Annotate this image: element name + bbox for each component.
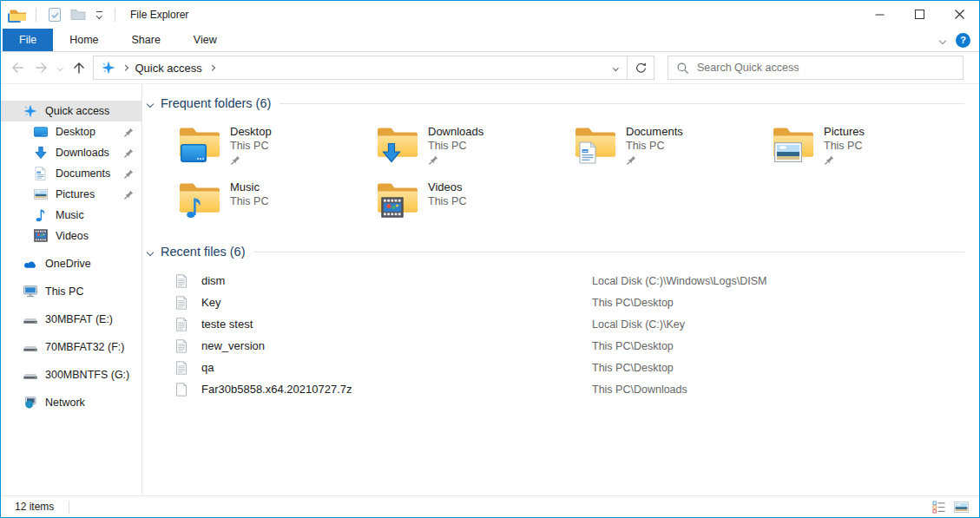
maximize-button[interactable] [899, 1, 939, 27]
file-row-teste-stest[interactable]: teste stest Local Disk (C:)\Key [142, 313, 979, 335]
folder-tile-desktop[interactable]: Desktop This PC [179, 122, 377, 178]
sidebar-item-label: 300MBNTFS (G:) [45, 369, 129, 381]
properties-button[interactable] [45, 5, 64, 24]
folder-tile-music[interactable]: Music This PC [179, 178, 377, 233]
tile-location: This PC [230, 194, 268, 208]
sidebar-item-documents[interactable]: Documents [1, 163, 141, 184]
tile-location: This PC [626, 139, 683, 153]
collapse-ribbon-chevron-icon[interactable] [940, 36, 945, 43]
file-row-dism[interactable]: dism Local Disk (C:)\Windows\Logs\DISM [142, 270, 979, 292]
quick-access-star-icon [23, 104, 37, 118]
search-box [668, 56, 964, 80]
videos-folder-icon [377, 178, 418, 218]
forward-button[interactable] [30, 56, 53, 80]
sidebar-item-label: Pictures [56, 188, 95, 200]
tab-file[interactable]: File [3, 29, 53, 51]
window-controls [859, 1, 979, 29]
archive-file-icon [174, 383, 188, 397]
pictures-icon [34, 187, 48, 201]
sidebar-item-drive-g[interactable]: 300MBNTFS (G:) [1, 364, 141, 385]
folder-tile-videos[interactable]: Videos This PC [377, 178, 575, 233]
customize-toolbar-chevron[interactable] [92, 11, 106, 18]
toolbar-separator [36, 8, 36, 22]
collapse-group-chevron-icon[interactable] [148, 95, 153, 109]
text-file-icon [174, 361, 188, 375]
sidebar-item-drive-e[interactable]: 30MBFAT (E:) [1, 309, 141, 330]
sidebar-item-music[interactable]: Music [1, 205, 141, 226]
sidebar-item-pictures[interactable]: Pictures [1, 184, 141, 205]
file-path: This PC\Desktop [592, 362, 674, 374]
sidebar-item-label: 30MBFAT (E:) [45, 313, 113, 325]
recent-files-list: dism Local Disk (C:)\Windows\Logs\DISM K… [142, 270, 979, 400]
tab-view[interactable]: View [177, 29, 233, 51]
file-row-new-version[interactable]: new_version This PC\Desktop [142, 335, 979, 357]
frequent-folders-grid: Desktop This PC Downloads This PC [179, 122, 970, 233]
sidebar-item-onedrive[interactable]: OneDrive [1, 253, 141, 274]
minimize-button[interactable] [859, 1, 899, 27]
title-bar: File Explorer [1, 1, 979, 29]
folder-tile-documents[interactable]: Documents This PC [575, 122, 773, 178]
details-view-button[interactable] [931, 499, 947, 515]
pin-icon [230, 154, 240, 165]
documents-folder-icon [575, 122, 616, 162]
file-row-qa[interactable]: qa This PC\Desktop [142, 357, 979, 378]
tab-share[interactable]: Share [115, 29, 177, 51]
folder-tile-pictures[interactable]: Pictures This PC [773, 122, 970, 178]
desktop-icon [34, 125, 48, 139]
navigation-bar: Quick access [1, 52, 979, 84]
file-row-far-archive[interactable]: Far30b5858.x64.20210727.7z This PC\Downl… [142, 378, 979, 400]
content-pane: Frequent folders (6) Desktop This PC [142, 84, 979, 495]
text-file-icon [174, 318, 188, 331]
sidebar-item-label: Music [56, 209, 84, 221]
search-input[interactable] [697, 62, 955, 74]
sidebar-item-videos[interactable]: Videos [1, 226, 141, 246]
close-button[interactable] [939, 1, 979, 27]
downloads-folder-icon [377, 122, 418, 162]
status-bar: 12 items [1, 495, 979, 517]
group-title: Recent files (6) [161, 245, 246, 259]
tile-name: Documents [626, 125, 683, 139]
desktop-folder-icon [179, 122, 220, 162]
recent-locations-chevron[interactable] [53, 66, 67, 70]
folder-tile-downloads[interactable]: Downloads This PC [377, 122, 575, 178]
tile-location: This PC [230, 139, 272, 153]
ribbon-tab-bar: File Home Share View ? [1, 29, 979, 52]
tile-location: This PC [428, 194, 466, 208]
breadcrumb-quick-access[interactable]: Quick access [135, 62, 202, 75]
text-file-icon [174, 339, 188, 353]
sidebar-item-this-pc[interactable]: This PC [1, 281, 141, 302]
group-title: Frequent folders (6) [161, 96, 271, 110]
search-icon [676, 62, 689, 75]
address-dropdown-chevron[interactable] [604, 56, 627, 79]
large-thumbnails-view-button[interactable] [953, 499, 969, 515]
file-name: Key [201, 296, 220, 309]
address-bar[interactable]: Quick access [93, 56, 628, 80]
back-button[interactable] [6, 56, 30, 80]
sidebar-item-quick-access[interactable]: Quick access [1, 101, 141, 121]
collapse-group-chevron-icon[interactable] [148, 244, 153, 258]
file-row-key[interactable]: Key This PC\Desktop [142, 292, 979, 313]
refresh-button[interactable] [628, 56, 654, 80]
tile-name: Desktop [230, 125, 272, 139]
up-button[interactable] [67, 56, 90, 80]
sidebar-item-label: This PC [45, 285, 83, 298]
help-icon[interactable]: ? [956, 33, 970, 48]
sidebar-item-network[interactable]: Network [1, 392, 141, 413]
group-header-frequent-folders: Frequent folders (6) [148, 95, 964, 112]
pin-icon [123, 168, 134, 179]
sidebar-item-label: 70MBFAT32 (F:) [45, 341, 124, 353]
file-name: Far30b5858.x64.20210727.7z [201, 383, 352, 396]
text-file-icon [174, 274, 188, 288]
new-folder-button[interactable] [69, 5, 88, 24]
breadcrumb-chevron-icon[interactable] [210, 66, 214, 70]
tile-name: Pictures [824, 125, 865, 139]
sidebar-item-drive-f[interactable]: 70MBFAT32 (F:) [1, 337, 141, 357]
tab-home[interactable]: Home [53, 29, 115, 51]
breadcrumb-chevron-icon[interactable] [123, 66, 128, 70]
sidebar-item-downloads[interactable]: Downloads [1, 142, 141, 163]
tile-name: Downloads [428, 125, 483, 139]
file-explorer-window: File Explorer File Home Share View ? Qui… [0, 0, 980, 518]
window-title: File Explorer [130, 9, 188, 21]
main-area: Quick access Desktop Downloads Documents… [1, 84, 979, 495]
sidebar-item-desktop[interactable]: Desktop [1, 121, 141, 142]
